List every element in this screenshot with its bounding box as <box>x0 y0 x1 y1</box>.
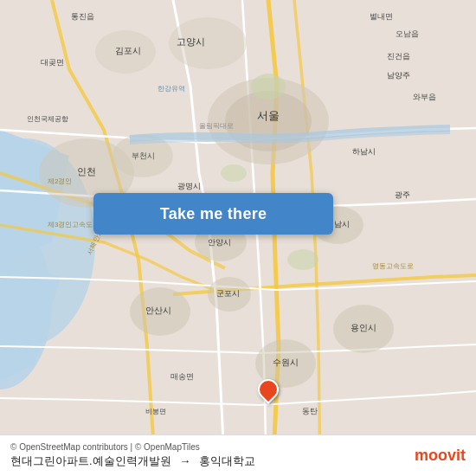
svg-text:올림픽대로: 올림픽대로 <box>199 122 234 130</box>
svg-text:대곶면: 대곶면 <box>41 58 64 67</box>
svg-text:군포시: 군포시 <box>216 289 240 298</box>
svg-text:고양시: 고양시 <box>177 36 205 47</box>
svg-text:부천시: 부천시 <box>132 151 155 160</box>
svg-text:통진읍: 통진읍 <box>71 12 94 21</box>
map-attribution: © OpenStreetMap contributors | © OpenMap… <box>10 442 255 452</box>
map-container: 고양시 서울 인천 부천시 김포시 통진읍 대곶면 별내면 오남읍 진건읍 남양… <box>0 0 476 476</box>
svg-point-19 <box>287 249 318 270</box>
route-from: 현대그린아파트.예술인력개발원 <box>10 454 171 467</box>
svg-text:영동고속도로: 영동고속도로 <box>372 262 414 270</box>
svg-text:하남시: 하남시 <box>352 147 376 156</box>
route-to: 홍익대학교 <box>199 454 255 467</box>
svg-point-18 <box>221 164 247 182</box>
svg-text:안산시: 안산시 <box>145 306 171 315</box>
svg-text:제3경인고속도로: 제3경인고속도로 <box>48 221 100 228</box>
svg-text:인천: 인천 <box>77 166 96 177</box>
svg-text:비봉면: 비봉면 <box>145 408 166 415</box>
svg-text:서울: 서울 <box>257 109 280 122</box>
svg-text:광명시: 광명시 <box>177 182 201 190</box>
svg-text:별내면: 별내면 <box>370 12 393 21</box>
take-me-there-button[interactable]: Take me there <box>93 193 333 235</box>
footer-bar: © OpenStreetMap contributors | © OpenMap… <box>0 434 476 476</box>
svg-text:안양시: 안양시 <box>208 238 231 247</box>
svg-text:수원시: 수원시 <box>273 357 299 367</box>
svg-text:인천국제공항: 인천국제공항 <box>27 115 68 123</box>
svg-text:진건읍: 진건읍 <box>387 52 410 61</box>
destination-pin <box>258 379 279 405</box>
route-info: 현대그린아파트.예술인력개발원 → 홍익대학교 <box>10 453 255 469</box>
svg-text:김포시: 김포시 <box>115 46 141 55</box>
svg-text:와부읍: 와부읍 <box>413 93 436 101</box>
svg-text:한강유역: 한강유역 <box>158 85 185 93</box>
svg-text:광주: 광주 <box>395 190 410 199</box>
svg-text:오남읍: 오남읍 <box>396 29 419 38</box>
svg-text:동탄: 동탄 <box>302 407 318 415</box>
map-background: 고양시 서울 인천 부천시 김포시 통진읍 대곶면 별내면 오남읍 진건읍 남양… <box>0 0 476 476</box>
footer-left: © OpenStreetMap contributors | © OpenMap… <box>10 442 255 469</box>
route-separator: → <box>179 454 190 467</box>
svg-text:제2경인: 제2경인 <box>48 177 72 185</box>
svg-text:매송면: 매송면 <box>170 372 194 381</box>
svg-point-17 <box>251 74 286 100</box>
moovit-logo: moovit <box>415 447 466 465</box>
svg-text:용인시: 용인시 <box>351 323 376 332</box>
moovit-logo-text: moovit <box>415 447 466 465</box>
svg-text:남양주: 남양주 <box>387 71 410 80</box>
